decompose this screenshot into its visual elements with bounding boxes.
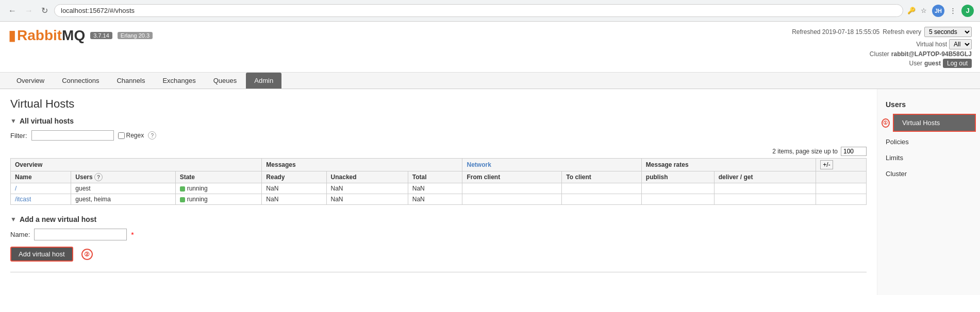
logout-button[interactable]: Log out [943,59,972,68]
col-group-network: Network [462,159,641,171]
name-input[interactable] [34,229,127,240]
user-row: User guest Log out [792,59,972,68]
row-state: running [175,183,262,194]
table-row: / guest running NaN NaN NaN [11,183,867,194]
row-to-client [562,183,642,194]
row-total: NaN [408,194,462,205]
add-badge: ② [81,249,93,260]
virtual-host-label: Virtual host [916,41,947,48]
row-to-client [562,194,642,205]
row-ready: NaN [262,183,326,194]
header-right: Refreshed 2019-07-18 15:55:05 Refresh ev… [792,27,972,72]
logo-area: ▮ Rabbit MQ 3.7.14 Erlang 20.3 [8,27,153,44]
virtual-host-select[interactable]: All [949,39,972,49]
required-star: * [131,231,134,239]
row-name[interactable]: / [11,183,71,194]
sidebar-item-cluster[interactable]: Cluster [877,166,980,182]
sidebar-item-policies[interactable]: Policies [877,134,980,150]
tab-admin[interactable]: Admin [246,73,281,89]
cluster-label: Cluster [870,50,889,58]
row-name[interactable]: /itcast [11,194,71,205]
tab-channels[interactable]: Channels [108,73,153,89]
col-group-overview: Overview [11,159,262,171]
user-value: guest [924,60,941,67]
add-col-button[interactable]: +/- [820,160,833,169]
col-state: State [175,171,262,183]
avatar-j: J [961,5,974,17]
logo-mq: MQ [62,27,85,44]
star-icon[interactable]: ☆ [921,7,927,14]
nav-tabs: Overview Connections Channels Exchanges … [0,73,980,89]
logo-rabbit: Rabbit [17,27,62,44]
col-to-client: To client [562,171,642,183]
back-button[interactable]: ← [6,5,19,16]
avatar-jh: JH [932,5,944,17]
col-users: Users ? [71,171,175,183]
refresh-select[interactable]: 5 seconds No refresh 10 seconds 30 secon… [924,27,972,37]
col-publish: publish [641,171,714,183]
row-unacked: NaN [326,194,408,205]
row-from-client [462,183,562,194]
row-deliver-get [714,194,816,205]
sidebar-badge-1: ① [882,118,890,128]
filter-input[interactable] [31,130,114,141]
add-virtual-host-button[interactable]: Add virtual host [10,247,73,262]
row-users: guest [71,183,175,194]
chevron-down-icon: ▼ [10,117,16,125]
status-dot [180,197,185,202]
key-icon: 🔑 [907,7,916,14]
add-virtual-host-section-header[interactable]: ▼ Add a new virtual host [10,215,867,223]
col-group-messages: Messages [262,159,462,171]
row-unacked: NaN [326,183,408,194]
regex-check: Regex [118,132,144,139]
row-actions [816,183,867,194]
erlang-badge: Erlang 20.3 [118,32,153,39]
table-row: /itcast guest, heima running NaN NaN NaN [11,194,867,205]
col-ready: Ready [262,171,326,183]
browser-chrome: ← → ↻ 🔑 ☆ JH ⋮ J [0,0,980,22]
reload-button[interactable]: ↻ [39,5,50,16]
items-count-row: 2 items, page size up to [10,147,867,156]
bottom-divider [10,272,867,272]
page-size-input[interactable] [841,147,867,156]
row-total: NaN [408,183,462,194]
all-virtual-hosts-section-header[interactable]: ▼ All virtual hosts [10,117,867,125]
col-group-message-rates: Message rates [641,159,816,171]
refreshed-text: Refreshed 2019-07-18 15:55:05 [792,28,879,36]
add-button-row: Add virtual host ② [10,247,867,262]
row-users: guest, heima [71,194,175,205]
browser-icons: 🔑 ☆ JH ⋮ J [907,5,974,17]
cluster-row: Cluster rabbit@LAPTOP-94B58GLJ [792,50,972,58]
tab-overview[interactable]: Overview [8,73,53,89]
tab-exchanges[interactable]: Exchanges [154,73,204,89]
row-publish [641,194,714,205]
version-badge: 3.7.14 [90,32,112,39]
page-title: Virtual Hosts [10,97,867,111]
virtual-hosts-item-container: ① Virtual Hosts [877,114,980,134]
col-add-remove: +/- [816,159,867,171]
vhosts-table: Overview Messages Network Message rates … [10,158,867,205]
col-unacked: Unacked [326,171,408,183]
help-icon[interactable]: ? [148,131,156,140]
tab-connections[interactable]: Connections [54,73,107,89]
col-name: Name [11,171,71,183]
refresh-label: Refresh every [883,28,921,36]
add-virtual-host-title: Add a new virtual host [20,215,96,223]
users-help-icon[interactable]: ? [94,173,103,181]
sidebar-title: Users [877,97,980,112]
tab-queues[interactable]: Queues [205,73,245,89]
row-state: running [175,194,262,205]
name-label: Name: [10,231,30,238]
grid-icon[interactable]: ⋮ [950,7,956,14]
sidebar-item-limits[interactable]: Limits [877,150,980,166]
cluster-value: rabbit@LAPTOP-94B58GLJ [891,50,972,58]
row-publish [641,183,714,194]
status-dot [180,186,185,192]
address-bar[interactable] [54,4,903,17]
row-ready: NaN [262,194,326,205]
sidebar-item-virtual-hosts[interactable]: Virtual Hosts [893,114,976,132]
forward-button[interactable]: → [23,5,35,16]
regex-checkbox[interactable] [118,132,125,139]
regex-label: Regex [126,132,144,139]
col-deliver-get: deliver / get [714,171,816,183]
